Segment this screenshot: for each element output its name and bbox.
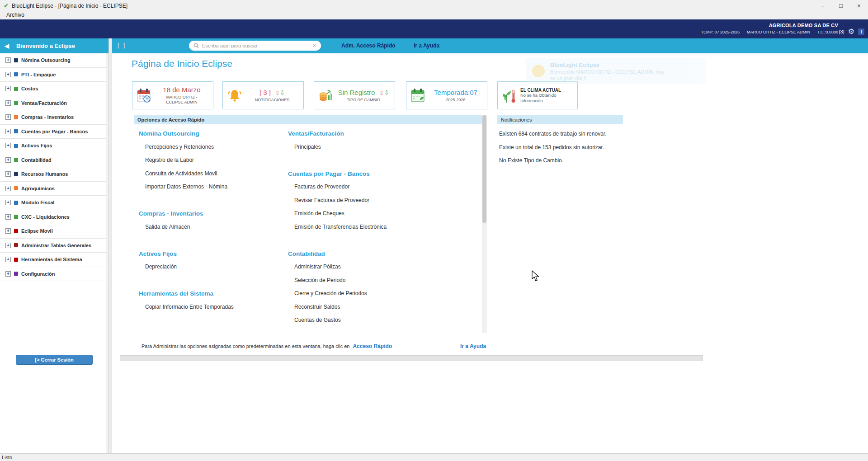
sidebar-item-nomina-outsourcing[interactable]: Nómina Outsourcing [0, 53, 108, 68]
sidebar-item-cuentas-por-pagar[interactable]: Cuentas por Pagar - Bancos [0, 125, 108, 139]
quick-access-link[interactable]: Copiar Informacio Entre Temporadas [139, 301, 283, 314]
minimize-button[interactable]: – [814, 0, 832, 11]
collapse-sidebar-icon[interactable]: ◀ [5, 42, 9, 49]
expand-plus-icon[interactable] [5, 171, 11, 177]
search-icon [193, 43, 199, 48]
sidebar-item-administrar-tablas[interactable]: Administrar Tablas Generales [0, 239, 108, 253]
expand-plus-icon[interactable] [5, 214, 11, 220]
notification-item: Existen 684 contratos de trabajo sin ren… [497, 127, 623, 141]
sidebar-scrollbar[interactable] [106, 53, 108, 453]
qa-group-title: Contabilidad [288, 247, 478, 261]
module-color-square [14, 87, 18, 91]
main-topbar: [ ] ✕ Adm. Acceso Rápido Ir a Ayuda [112, 38, 868, 53]
expand-plus-icon[interactable] [5, 143, 11, 148]
adm-acceso-rapido-link[interactable]: Adm. Acceso Rápido [341, 42, 396, 49]
clear-search-icon[interactable]: ✕ [312, 43, 316, 49]
close-button[interactable]: × [850, 0, 868, 11]
calendar-clock-icon [136, 87, 152, 103]
quick-access-link[interactable]: Cuentas de Gastos [288, 314, 478, 327]
quick-access-link[interactable]: Cierre y Creación de Periodos [288, 287, 478, 301]
sidebar-item-cxc-liquidaciones[interactable]: CXC - Liquidaciones [0, 210, 108, 225]
sidebar-item-herramientas-sistema[interactable]: Herramientas del Sistema [0, 253, 108, 267]
expand-plus-icon[interactable] [5, 243, 11, 248]
sidebar-item-eclipse-movil[interactable]: Eclipse Movil [0, 224, 108, 239]
sidebar-item-activos-fijos[interactable]: Activos Fijos [0, 139, 108, 153]
exchange-rate-card: Sin Registro ⇧⇩ TIPO DE CAMBIO [314, 81, 395, 109]
qa-group-title: Nómina Outsourcing [139, 127, 283, 141]
scrollbar-thumb[interactable] [482, 115, 486, 223]
plant-thermometer-icon [501, 86, 517, 104]
sidebar-item-recursos-humanos[interactable]: Recursos Humanos [0, 167, 108, 182]
quick-access-link[interactable]: Facturas de Proveedor [288, 180, 478, 194]
qa-group-cxp-bancos: Cuentas por Pagar - Bancos Facturas de P… [288, 167, 478, 234]
logout-button[interactable]: [> Cerrar Sesión [16, 355, 93, 365]
notifications-card[interactable]: [ 3 ] ⇧⇩ NOTIFICACIONES [222, 81, 304, 109]
quick-access-link[interactable]: Revisar Facturas de Proveedor [288, 194, 478, 207]
company-info-block: AGRICOLA DEMO SA DE CV TEMP: 07 2025-202… [701, 23, 838, 34]
module-color-square [14, 101, 18, 105]
quick-access-link[interactable]: Consulta de Actividades Movil [139, 167, 283, 181]
sidebar-item-label: Contabilidad [21, 157, 52, 163]
module-color-square [14, 115, 18, 119]
acceso-rapido-link[interactable]: Acceso Rápido [353, 343, 392, 349]
quick-access-link[interactable]: Depreciación [139, 260, 283, 274]
expand-plus-icon[interactable] [5, 271, 11, 277]
sidebar-item-modulo-fiscal[interactable]: Módulo Fiscal [0, 196, 108, 210]
quick-access-link[interactable]: Emisión de Cheques [288, 207, 478, 221]
sidebar-item-label: Nómina Outsourcing [21, 57, 71, 63]
module-color-square [14, 201, 18, 205]
facebook-icon[interactable] [858, 28, 864, 35]
sidebar-item-label: Compras - Inventarios [21, 114, 74, 120]
sidebar-item-compras-inventarios[interactable]: Compras - Inventarios [0, 110, 108, 125]
date-card: 18 de Marzo MARCO ORTIZ -ECLIPSE ADMIN [132, 81, 213, 109]
footer-ir-a-ayuda-link[interactable]: Ir a Ayuda [460, 343, 486, 349]
expand-plus-icon[interactable] [5, 114, 11, 120]
up-down-arrows-icon: ⇧⇩ [275, 89, 285, 96]
quick-access-link[interactable]: Importar Datos Externos - Nómina [139, 180, 283, 194]
expand-plus-icon[interactable] [5, 200, 11, 205]
sidebar-item-agroquimicos[interactable]: Agroquímicos [0, 182, 108, 196]
expand-plus-icon[interactable] [5, 72, 11, 77]
quick-access-link[interactable]: Registro de la Labor [139, 154, 283, 167]
sidebar-item-configuracion[interactable]: Configuración [0, 267, 108, 282]
quick-access-link[interactable]: Salida de Almacén [139, 221, 283, 234]
expand-plus-icon[interactable] [5, 228, 11, 234]
menu-archivo[interactable]: Archivo [0, 11, 28, 18]
sidebar-item-label: Activos Fijos [21, 143, 52, 148]
sidebar-item-ventas-facturacion[interactable]: Ventas/Facturación [0, 96, 108, 111]
quick-access-link[interactable]: Selección de Periodo [288, 274, 478, 287]
expand-plus-icon[interactable] [5, 129, 11, 134]
coins-chart-icon [318, 87, 334, 103]
expand-plus-icon[interactable] [5, 86, 11, 91]
exchange-rate-label: T.C.:0.0000 [817, 30, 838, 34]
horizontal-scrollbar[interactable] [120, 355, 703, 361]
quick-access-link[interactable]: Emisión de Transferencias Electrónica [288, 221, 478, 234]
sidebar-item-contabilidad[interactable]: Contabilidad [0, 153, 108, 168]
quick-access-link[interactable]: Principales [288, 141, 478, 154]
main-area: [ ] ✕ Adm. Acceso Rápido Ir a Ayuda Pági… [112, 38, 868, 453]
quick-access-scrollbar[interactable] [482, 115, 487, 333]
expand-plus-icon[interactable] [5, 100, 11, 106]
card-season: Temporada:07 [434, 89, 477, 96]
search-input[interactable] [202, 43, 309, 48]
module-color-square [14, 158, 18, 162]
quick-access-link[interactable]: Percepciones y Retenciones [139, 141, 283, 154]
expand-plus-icon[interactable] [5, 57, 11, 63]
sidebar-item-costos[interactable]: Costos [0, 82, 108, 96]
company-name: AGRICOLA DEMO SA DE CV [701, 23, 838, 28]
notification-count-badge[interactable]: [3] [839, 29, 844, 34]
card-user-line1: MARCO ORTIZ - [166, 95, 197, 99]
quick-access-link[interactable]: Administrar Pólizas [288, 260, 478, 274]
expand-plus-icon[interactable] [5, 257, 11, 262]
sidebar-item-pti-empaque[interactable]: PTI - Empaque [0, 68, 108, 82]
maximize-button[interactable]: □ [832, 0, 850, 11]
notifications-header: Notificaciones [497, 115, 623, 124]
expand-plus-icon[interactable] [5, 186, 11, 191]
gear-icon[interactable] [848, 27, 854, 36]
ir-a-ayuda-link[interactable]: Ir a Ayuda [414, 42, 439, 49]
quick-access-column-1: Nómina Outsourcing Percepciones y Retenc… [139, 127, 283, 327]
expand-plus-icon[interactable] [5, 157, 11, 163]
quick-access-link[interactable]: Reconstruir Saldos [288, 301, 478, 314]
search-box[interactable]: ✕ [189, 41, 321, 51]
sidebar-splitter[interactable] [108, 38, 112, 453]
